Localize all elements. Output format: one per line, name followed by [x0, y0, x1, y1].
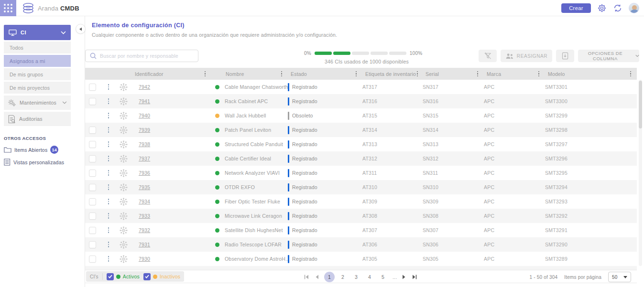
row-menu-kebab-icon[interactable]: [107, 112, 110, 119]
col-serial[interactable]: Serial: [423, 68, 484, 80]
table-scrollbar[interactable]: [639, 80, 642, 266]
row-menu-kebab-icon[interactable]: [107, 255, 110, 263]
row-menu-kebab-icon[interactable]: [107, 83, 110, 91]
column-menu-kebab-icon[interactable]: [629, 70, 633, 78]
row-checkbox[interactable]: [89, 98, 96, 105]
column-menu-kebab-icon[interactable]: [476, 70, 480, 78]
row-menu-kebab-icon[interactable]: [107, 97, 110, 105]
column-menu-kebab-icon[interactable]: [280, 70, 284, 78]
settings-gear-icon[interactable]: [597, 3, 607, 13]
ci-id-link[interactable]: 7936: [139, 170, 150, 176]
ci-id-link[interactable]: 7937: [139, 156, 150, 161]
search-box[interactable]: [85, 50, 198, 62]
pagination-ellipsis[interactable]: ...: [393, 274, 397, 280]
col-marca[interactable]: Marca: [484, 68, 545, 80]
row-menu-kebab-icon[interactable]: [107, 198, 110, 205]
activos-filter-checkbox[interactable]: Activos: [107, 273, 140, 280]
col-estado[interactable]: Estado: [288, 68, 362, 80]
column-options-button[interactable]: OPCIONES DE COLUMNA: [578, 50, 639, 62]
ci-relations-icon[interactable]: [119, 197, 128, 206]
ci-relations-icon[interactable]: [119, 140, 128, 149]
ci-id-link[interactable]: 7940: [139, 113, 150, 118]
create-button[interactable]: Crear: [561, 3, 591, 13]
search-input[interactable]: [100, 53, 194, 59]
row-menu-kebab-icon[interactable]: [107, 169, 110, 177]
ci-relations-icon[interactable]: [119, 183, 128, 192]
reassign-button[interactable]: REASIGNAR: [501, 50, 552, 62]
sidebar-ci-menu[interactable]: CI: [4, 25, 71, 40]
col-nombre[interactable]: Nombre: [223, 68, 288, 80]
ci-relations-icon[interactable]: [119, 97, 128, 106]
row-menu-kebab-icon[interactable]: [107, 155, 110, 162]
ci-id-link[interactable]: 7939: [139, 127, 150, 133]
column-menu-kebab-icon[interactable]: [204, 70, 207, 78]
row-checkbox[interactable]: [89, 241, 96, 248]
sidebar-item-auditorias[interactable]: Auditorias: [4, 112, 71, 126]
page-number-2[interactable]: 2: [338, 272, 348, 282]
row-checkbox[interactable]: [89, 255, 96, 263]
items-per-page-select[interactable]: 50: [608, 272, 631, 282]
ci-relations-icon[interactable]: [119, 154, 128, 163]
sidebar-item-mantenimientos[interactable]: Mantenimientos: [4, 96, 71, 110]
row-checkbox[interactable]: [89, 84, 96, 91]
checkbox-checked-icon[interactable]: [107, 273, 114, 280]
ci-id-link[interactable]: 7931: [139, 242, 150, 247]
page-number-1[interactable]: 1: [324, 272, 335, 282]
row-checkbox[interactable]: [89, 213, 96, 220]
row-menu-kebab-icon[interactable]: [107, 140, 110, 148]
row-menu-kebab-icon[interactable]: [107, 183, 110, 191]
sidebar-item-todos[interactable]: Todos: [4, 42, 71, 53]
ci-id-link[interactable]: 7933: [139, 213, 150, 219]
row-checkbox[interactable]: [89, 198, 96, 205]
column-menu-kebab-icon[interactable]: [537, 70, 541, 78]
sidebar-item-asignados-a-mi[interactable]: Asignados a mi: [4, 55, 71, 67]
checkbox-checked-icon[interactable]: [143, 273, 151, 280]
ci-relations-icon[interactable]: [119, 126, 128, 135]
row-checkbox[interactable]: [89, 141, 96, 148]
scrollbar-thumb[interactable]: [639, 81, 642, 128]
next-page-button[interactable]: [401, 274, 407, 280]
row-checkbox[interactable]: [89, 170, 96, 177]
sidebar-link-vistas-personalizadas[interactable]: Vistas personalizadas: [4, 159, 75, 166]
column-menu-kebab-icon[interactable]: [416, 70, 419, 78]
last-page-button[interactable]: [411, 274, 418, 280]
col-etiqueta[interactable]: Etiqueta de inventario: [362, 68, 423, 80]
ci-relations-icon[interactable]: [119, 226, 128, 235]
row-checkbox[interactable]: [89, 227, 96, 234]
ci-id-link[interactable]: 7932: [139, 227, 150, 233]
app-grid-icon[interactable]: [0, 0, 16, 16]
page-number-4[interactable]: 4: [364, 272, 375, 282]
page-number-3[interactable]: 3: [351, 272, 361, 282]
col-modelo[interactable]: Modelo: [545, 68, 637, 80]
row-menu-kebab-icon[interactable]: [107, 241, 110, 248]
sidebar-link-items-abiertos[interactable]: Items Abiertos 14: [4, 146, 75, 154]
inactivos-filter-checkbox[interactable]: Inactivos: [143, 273, 180, 280]
row-menu-kebab-icon[interactable]: [107, 212, 110, 220]
ci-id-link[interactable]: 7942: [139, 84, 150, 90]
ci-relations-icon[interactable]: [119, 169, 128, 178]
ci-relations-icon[interactable]: [119, 255, 128, 264]
row-checkbox[interactable]: [89, 184, 96, 191]
ci-id-link[interactable]: 7934: [139, 199, 150, 204]
col-identificador[interactable]: Identificador: [132, 68, 211, 80]
row-menu-kebab-icon[interactable]: [107, 226, 110, 234]
ci-relations-icon[interactable]: [119, 111, 128, 120]
column-menu-kebab-icon[interactable]: [355, 70, 358, 78]
filter-off-button[interactable]: [479, 50, 497, 62]
ci-relations-icon[interactable]: [119, 212, 128, 221]
sidebar-item-de-mis-grupos[interactable]: De mis grupos: [4, 68, 71, 80]
ci-id-link[interactable]: 7930: [139, 256, 150, 262]
sidebar-item-de-mis-proyectos[interactable]: De mis proyectos: [4, 82, 71, 94]
ci-relations-icon[interactable]: [119, 240, 128, 249]
row-checkbox[interactable]: [89, 127, 96, 134]
refresh-sync-icon[interactable]: [613, 3, 622, 13]
first-page-button[interactable]: [303, 274, 310, 280]
user-avatar[interactable]: [629, 3, 639, 13]
export-button[interactable]: [556, 50, 574, 62]
ci-relations-icon[interactable]: [119, 83, 128, 92]
prev-page-button[interactable]: [314, 274, 320, 280]
ci-id-link[interactable]: 7935: [139, 184, 150, 190]
ci-id-link[interactable]: 7938: [139, 141, 150, 147]
row-menu-kebab-icon[interactable]: [107, 126, 110, 134]
collapse-panel-button[interactable]: [76, 24, 86, 34]
